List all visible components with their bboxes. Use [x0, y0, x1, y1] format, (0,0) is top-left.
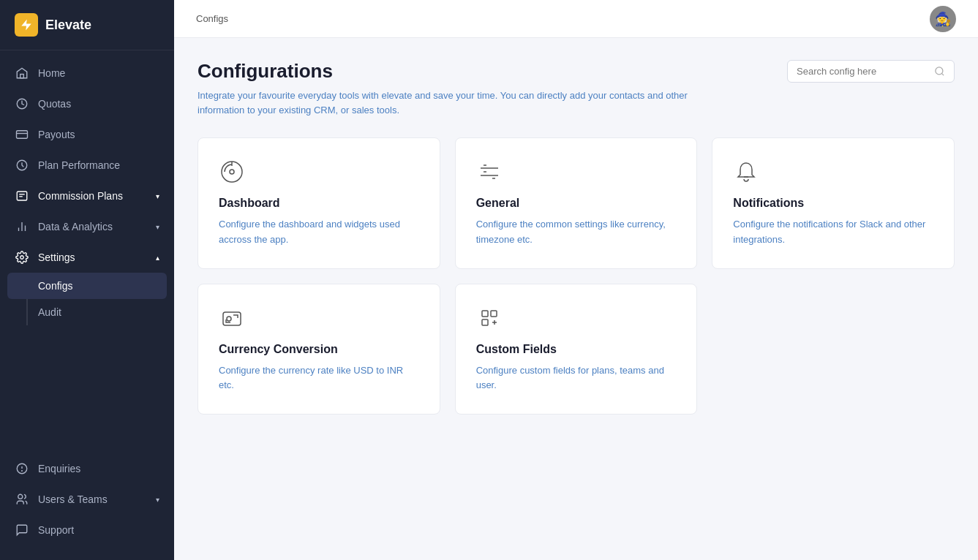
plan-icon: [15, 158, 29, 173]
chevron-down-icon: ▾: [156, 496, 159, 504]
svg-marker-0: [21, 20, 31, 31]
sidebar-item-support-label: Support: [38, 524, 74, 536]
custom-fields-icon: [476, 305, 677, 331]
card-dashboard-title: Dashboard: [219, 197, 419, 210]
notifications-icon: [733, 159, 933, 185]
sidebar-item-quotas[interactable]: Quotas: [0, 88, 174, 119]
currency-icon: [219, 305, 419, 331]
sidebar-item-plan-label: Plan Performance: [38, 159, 120, 171]
sidebar-item-home[interactable]: Home: [0, 58, 174, 88]
settings-subnav: Configs Audit: [0, 273, 174, 325]
svg-point-15: [18, 494, 23, 499]
sidebar-item-users-label: Users & Teams: [38, 493, 108, 505]
svg-point-12: [20, 256, 24, 260]
card-notifications-desc: Configure the notifications for Slack an…: [733, 217, 933, 248]
card-custom-fields-title: Custom Fields: [476, 343, 677, 356]
quotas-icon: [15, 97, 29, 111]
page-description: Integrate your favourite everyday tools …: [198, 88, 710, 117]
topbar: Configs 🧙: [174, 0, 978, 38]
sidebar-item-audit[interactable]: Audit: [0, 299, 174, 325]
dashboard-icon: [219, 159, 419, 185]
sidebar-item-configs-label: Configs: [38, 280, 72, 292]
card-currency-title: Currency Conversion: [219, 343, 419, 356]
svg-line-17: [941, 73, 944, 75]
users-icon: [15, 492, 29, 507]
card-currency-conversion[interactable]: Currency Conversion Configure the curren…: [198, 284, 440, 415]
page-header-left: Configurations Integrate your favourite …: [198, 60, 710, 117]
sidebar-item-quotas-label: Quotas: [38, 98, 71, 110]
sidebar-item-payouts-label: Payouts: [38, 129, 75, 140]
svg-rect-6: [17, 192, 27, 200]
sidebar-item-analytics-label: Data & Analytics: [38, 221, 113, 232]
support-icon: [15, 523, 29, 537]
breadcrumb: Configs: [196, 13, 228, 24]
home-icon: [15, 66, 29, 80]
svg-rect-29: [482, 311, 488, 317]
card-custom-fields[interactable]: Custom Fields Configure custom fields fo…: [455, 284, 698, 415]
card-notifications[interactable]: Notifications Configure the notification…: [712, 137, 955, 269]
cards-grid: Dashboard Configure the dashboard and wi…: [198, 137, 955, 415]
sidebar-item-settings-label: Settings: [38, 251, 75, 263]
settings-icon: [15, 250, 29, 265]
general-icon: [476, 159, 677, 185]
sidebar-item-audit-label: Audit: [38, 306, 61, 318]
card-general-desc: Configure the common settings like curre…: [476, 217, 677, 248]
chevron-down-icon: ▾: [156, 223, 159, 231]
sidebar-item-payouts[interactable]: Payouts: [0, 119, 174, 150]
svg-rect-27: [223, 312, 241, 325]
sidebar-logo[interactable]: Elevate: [0, 0, 174, 50]
card-dashboard[interactable]: Dashboard Configure the dashboard and wi…: [198, 137, 440, 269]
svg-point-14: [22, 471, 23, 472]
sidebar-item-users-teams[interactable]: Users & Teams ▾: [0, 484, 174, 515]
main-area: Configs 🧙 Configurations Integrate your …: [174, 0, 978, 560]
chevron-up-icon: ▴: [156, 254, 159, 262]
sidebar-item-data-analytics[interactable]: Data & Analytics ▾: [0, 211, 174, 242]
sidebar-item-support[interactable]: Support: [0, 515, 174, 545]
app-name: Elevate: [45, 18, 91, 33]
sidebar-item-commission-plans[interactable]: Commission Plans ▾: [0, 181, 174, 211]
card-notifications-title: Notifications: [733, 197, 933, 210]
card-general[interactable]: General Configure the common settings li…: [455, 137, 698, 269]
search-icon: [934, 66, 945, 77]
sidebar-item-home-label: Home: [38, 67, 65, 79]
avatar: 🧙: [930, 6, 956, 32]
card-dashboard-desc: Configure the dashboard and widgets used…: [219, 217, 419, 248]
logo-icon: [15, 13, 38, 37]
card-custom-fields-desc: Configure custom fields for plans, teams…: [476, 363, 677, 394]
search-box[interactable]: [787, 60, 955, 83]
svg-point-28: [227, 317, 231, 321]
page-header: Configurations Integrate your favourite …: [198, 60, 955, 117]
nav-primary: Home Quotas Payouts Plan Performance: [0, 50, 174, 446]
svg-rect-3: [17, 131, 28, 139]
sidebar-item-commission-label: Commission Plans: [38, 190, 123, 202]
enquiries-icon: [15, 461, 29, 476]
svg-rect-30: [491, 311, 497, 317]
payouts-icon: [15, 127, 29, 142]
sidebar-item-enquiries-label: Enquiries: [38, 463, 80, 474]
svg-point-16: [936, 67, 943, 75]
commission-icon: [15, 189, 29, 203]
chevron-down-icon: ▾: [156, 192, 159, 200]
analytics-icon: [15, 219, 29, 234]
nav-secondary: Enquiries Users & Teams ▾ Support: [0, 446, 174, 560]
svg-rect-1: [20, 75, 24, 78]
svg-point-19: [230, 170, 234, 174]
card-currency-desc: Configure the currency rate like USD to …: [219, 363, 419, 394]
content-area: Configurations Integrate your favourite …: [174, 38, 978, 560]
sidebar-item-settings[interactable]: Settings ▴: [0, 242, 174, 273]
page-title: Configurations: [198, 60, 710, 83]
sidebar: Elevate Home Quotas Payouts: [0, 0, 174, 560]
topbar-right: 🧙: [930, 6, 956, 32]
sidebar-item-configs[interactable]: Configs: [7, 273, 167, 299]
card-general-title: General: [476, 197, 677, 210]
search-input[interactable]: [797, 66, 928, 77]
sidebar-item-enquiries[interactable]: Enquiries: [0, 453, 174, 484]
sidebar-item-plan-performance[interactable]: Plan Performance: [0, 150, 174, 181]
svg-rect-31: [482, 319, 488, 325]
